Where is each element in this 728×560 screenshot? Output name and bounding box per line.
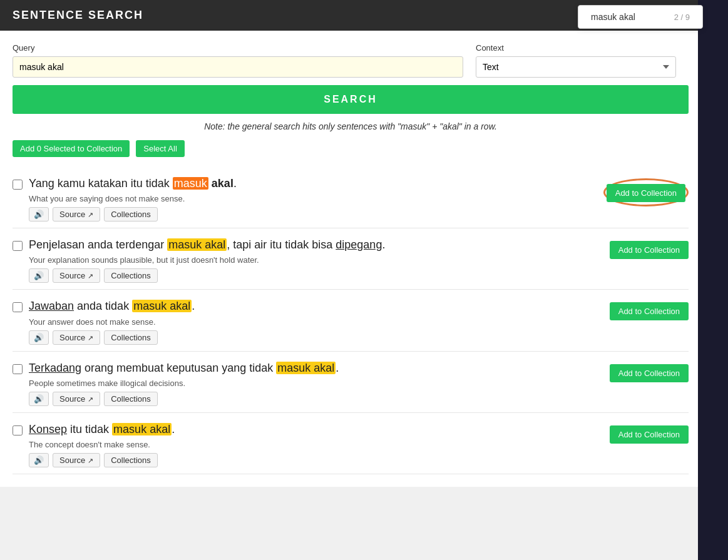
result-right-1: Add to Collection xyxy=(603,176,689,206)
konsep-link: Konsep xyxy=(29,423,67,435)
result-actions-5: 🔊 Source Collections xyxy=(29,453,603,467)
result-sentence-5: Konsep itu tidak masuk akal. xyxy=(29,422,603,437)
external-link-icon xyxy=(88,456,93,465)
context-group: Context Text Spoken Written Formal Infor… xyxy=(476,43,676,78)
external-link-icon xyxy=(88,271,93,280)
table-row: Terkadang orang membuat keputusan yang t… xyxy=(13,352,689,413)
source-button-1[interactable]: Source xyxy=(53,207,100,221)
collections-button-2[interactable]: Collections xyxy=(104,268,158,283)
terkadang-link: Terkadang xyxy=(29,362,81,374)
collections-button-5[interactable]: Collections xyxy=(104,453,158,467)
table-row: Yang kamu katakan itu tidak masuk akal. … xyxy=(13,167,689,228)
audio-button-4[interactable]: 🔊 xyxy=(29,392,49,406)
query-group: Query xyxy=(13,43,463,78)
source-button-2[interactable]: Source xyxy=(53,268,100,283)
external-link-icon xyxy=(88,394,93,404)
highlight-masuk-akal-3: masuk akal xyxy=(132,300,192,312)
table-row: Jawaban anda tidak masuk akal. Your answ… xyxy=(13,290,689,351)
search-button[interactable]: SEARCH xyxy=(13,85,689,114)
result-right-5: Add to Collection xyxy=(610,422,689,444)
add-collection-button-1[interactable]: Add to Collection xyxy=(607,184,685,202)
result-translation-2: Your explanation sounds plausible, but i… xyxy=(29,255,603,265)
autocomplete-query: masuk akal xyxy=(591,12,635,22)
source-button-5[interactable]: Source xyxy=(53,453,100,467)
result-sentence-1: Yang kamu katakan itu tidak masuk akal. xyxy=(29,176,597,191)
add-collection-button-2[interactable]: Add to Collection xyxy=(610,241,689,259)
audio-button-1[interactable]: 🔊 xyxy=(29,207,49,221)
jawaban-link: Jawaban xyxy=(29,300,74,312)
external-link-icon xyxy=(88,333,93,342)
add-selected-button[interactable]: Add 0 Selected to Collection xyxy=(13,140,130,157)
external-link-icon xyxy=(88,210,93,219)
source-button-4[interactable]: Source xyxy=(53,392,100,406)
source-button-3[interactable]: Source xyxy=(53,330,100,345)
collections-button-4[interactable]: Collections xyxy=(104,392,158,406)
context-label: Context xyxy=(476,43,676,53)
search-input[interactable] xyxy=(13,56,463,78)
result-translation-3: Your answer does not make sense. xyxy=(29,317,603,327)
audio-button-3[interactable]: 🔊 xyxy=(29,330,49,345)
highlight-masuk: masuk xyxy=(173,177,208,190)
collections-button-3[interactable]: Collections xyxy=(104,330,158,345)
audio-button-2[interactable]: 🔊 xyxy=(29,268,49,283)
highlight-akal: akal xyxy=(212,177,233,190)
result-body-3: Jawaban anda tidak masuk akal. Your answ… xyxy=(29,298,603,344)
collections-button-1[interactable]: Collections xyxy=(104,207,158,221)
result-checkbox-3[interactable] xyxy=(13,302,23,312)
result-right-2: Add to Collection xyxy=(610,237,689,259)
main-content: Query Context Text Spoken Written Formal… xyxy=(0,31,701,487)
result-translation-5: The concept doesn't make sense. xyxy=(29,440,603,449)
highlight-masuk-akal-2: masuk akal xyxy=(167,238,227,251)
result-body-1: Yang kamu katakan itu tidak masuk akal. … xyxy=(29,176,597,221)
autocomplete-count: 2 / 9 xyxy=(674,13,690,22)
right-sidebar xyxy=(698,0,728,487)
result-right-3: Add to Collection xyxy=(610,298,689,320)
action-bar: Add 0 Selected to Collection Select All xyxy=(13,140,689,157)
select-all-button[interactable]: Select All xyxy=(136,140,184,157)
add-collection-button-4[interactable]: Add to Collection xyxy=(610,364,689,382)
result-body-5: Konsep itu tidak masuk akal. The concept… xyxy=(29,422,603,467)
result-right-4: Add to Collection xyxy=(610,360,689,382)
result-checkbox-2[interactable] xyxy=(13,241,23,251)
result-sentence-2: Penjelasan anda terdengar masuk akal, ta… xyxy=(29,237,603,253)
app-title: SENTENCE SEARCH xyxy=(13,9,143,21)
result-translation-4: People sometimes make illogical decision… xyxy=(29,379,603,388)
result-body-2: Penjelasan anda terdengar masuk akal, ta… xyxy=(29,237,603,283)
circled-add-collection-1: Add to Collection xyxy=(603,178,689,206)
result-translation-1: What you are saying does not make sense. xyxy=(29,194,597,203)
add-collection-button-5[interactable]: Add to Collection xyxy=(610,425,689,444)
result-sentence-3: Jawaban anda tidak masuk akal. xyxy=(29,298,603,314)
query-label: Query xyxy=(13,43,463,53)
result-checkbox-5[interactable] xyxy=(13,425,23,435)
audio-button-5[interactable]: 🔊 xyxy=(29,453,49,467)
result-actions-4: 🔊 Source Collections xyxy=(29,392,603,406)
add-collection-button-3[interactable]: Add to Collection xyxy=(610,302,689,320)
result-checkbox-4[interactable] xyxy=(13,364,23,374)
search-form: Query Context Text Spoken Written Formal… xyxy=(13,43,689,78)
table-row: Penjelasan anda terdengar masuk akal, ta… xyxy=(13,228,689,290)
autocomplete-popup: masuk akal 2 / 9 xyxy=(578,5,703,29)
table-row: Konsep itu tidak masuk akal. The concept… xyxy=(13,413,689,474)
result-sentence-4: Terkadang orang membuat keputusan yang t… xyxy=(29,360,603,376)
highlight-masuk-akal-4: masuk akal xyxy=(276,362,336,374)
search-note: Note: the general search hits only sente… xyxy=(13,121,689,131)
context-select[interactable]: Text Spoken Written Formal Informal xyxy=(476,56,676,78)
result-actions-1: 🔊 Source Collections xyxy=(29,207,597,221)
results-list: Yang kamu katakan itu tidak masuk akal. … xyxy=(13,167,689,474)
highlight-masuk-akal-5: masuk akal xyxy=(112,423,172,435)
result-checkbox-1[interactable] xyxy=(13,180,23,190)
result-actions-3: 🔊 Source Collections xyxy=(29,330,603,345)
result-actions-2: 🔊 Source Collections xyxy=(29,268,603,283)
dipegang-link: dipegang xyxy=(336,238,382,251)
result-body-4: Terkadang orang membuat keputusan yang t… xyxy=(29,360,603,406)
